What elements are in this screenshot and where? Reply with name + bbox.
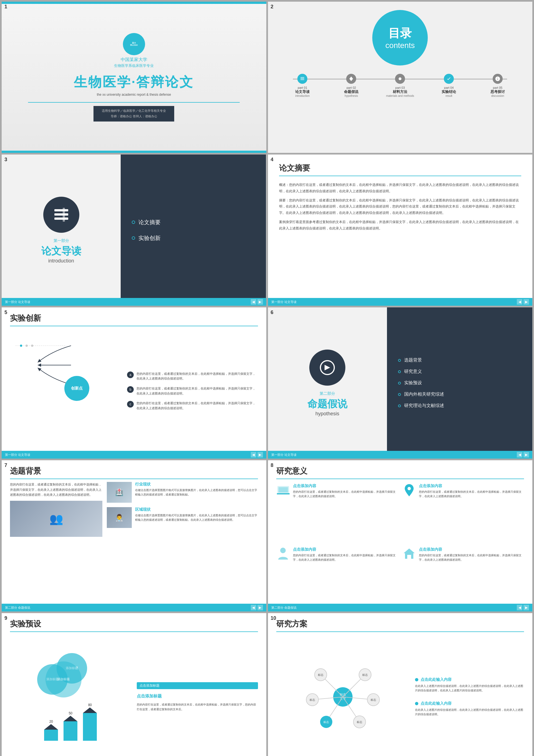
svg-text:标志: 标志 xyxy=(362,673,368,676)
slide3-left: 第一部分 论文导读 introduction xyxy=(2,154,121,306)
next-button[interactable]: ▶ xyxy=(523,299,529,305)
next-button[interactable]: ▶ xyxy=(257,452,263,457)
part-en: hypothesis xyxy=(315,411,339,417)
slide-number: 7 xyxy=(4,463,7,468)
footer-label: 第一部分 论文导读 xyxy=(271,300,297,304)
svg-point-3 xyxy=(399,77,401,80)
item-letter-c: c xyxy=(127,401,134,408)
department-name: 生物医学系临床医学专业 xyxy=(114,63,154,68)
menu-item-2: 实验创新 xyxy=(132,234,161,242)
menu-dot-5 xyxy=(398,404,401,407)
bar-arrow-1 xyxy=(44,724,58,730)
slide-title: 实验创新 xyxy=(10,313,258,326)
slide-2: 2 目录 contents part 01 论文导读 introduction … xyxy=(268,2,533,153)
part05-en: discussion xyxy=(491,94,504,97)
point-text-2: 在此录入上述图片的综合描述说明，在此录入上述图片的综合描述说明，在此录入上述图片… xyxy=(415,708,524,716)
svg-rect-4 xyxy=(54,209,68,211)
footer-label: 第一部分 论文导读 xyxy=(271,453,297,457)
person-icon xyxy=(276,547,290,561)
slide-5: 5 实验创新 xyxy=(2,308,266,459)
prev-button[interactable]: ◀ xyxy=(251,452,256,457)
bottom-accent-bar xyxy=(2,151,266,153)
part03-label: part 03 xyxy=(395,86,405,89)
menu-dot-2 xyxy=(398,370,401,373)
prev-button[interactable]: ◀ xyxy=(251,299,256,305)
photo-placeholder xyxy=(10,501,102,537)
molecule-diagram: 标志 文字 标志 标志 标志 标志 xyxy=(299,658,387,736)
section-content-2: 区域现状 右键点击图片选择置图图片格式可以直接替换图片，在此录入上述图表的描述说… xyxy=(135,507,258,528)
svg-text:标志: 标志 xyxy=(323,720,329,723)
item-title-1: 点击添加内容 xyxy=(293,484,398,489)
item-body-1: 点击添加内容 您的内容打在这里，或者通过复制你的文本后，在此框中选择粘贴，并选择… xyxy=(293,484,398,543)
slide-6: 6 第二部分 命题假说 hypothesis 选题背景 研究意义 xyxy=(268,308,533,459)
next-button[interactable]: ▶ xyxy=(523,452,529,457)
right-items: a 您的内容打在这里，或者通过复制你的文本后，在此框中选择粘贴，并选择只保留文字… xyxy=(121,329,258,453)
bar-3 xyxy=(83,713,97,741)
item-text-1: 您的内容打在这里，或者通过复制你的文本后，在此框中选择粘贴，并选择只保留文字，在… xyxy=(293,490,398,499)
item-title-3: 点击添加内容 xyxy=(293,547,398,552)
section-photo-2: 👨‍⚕️ xyxy=(107,507,132,528)
next-button[interactable]: ▶ xyxy=(257,299,263,305)
toc-dot-3 xyxy=(395,74,405,84)
slide-title: 研究意义 xyxy=(276,466,524,479)
toc-zh: 目录 xyxy=(388,26,412,41)
point-title-2: 点击此处输入内容 xyxy=(420,701,452,706)
nav-buttons[interactable]: ◀ ▶ xyxy=(517,452,529,457)
menu-text-2: 研究意义 xyxy=(404,369,422,374)
left-diagram: 创新点 xyxy=(10,329,121,453)
nav-buttons[interactable]: ◀ ▶ xyxy=(251,605,263,610)
point-item-2: 点击此处输入内容 在此录入上述图片的综合描述说明，在此录入上述图片的综合描述说明… xyxy=(415,701,524,716)
section-text-2: 右键点击图片选择置图图片格式可以直接替换图片，在此录入上述图表的描述说明，您可以… xyxy=(135,513,258,522)
nav-buttons[interactable]: ◀ ▶ xyxy=(517,299,529,305)
menu-item-5: 研究理论与文献综述 xyxy=(398,403,444,409)
slide-number: 9 xyxy=(4,615,7,621)
part04-label: part 04 xyxy=(444,86,454,89)
slide-9: 9 实验预设 添加标题 添加标题 添加标题 xyxy=(2,613,266,756)
item-a: a 您的内容打在这里，或者通过复制你的文本后，在此框中选择粘贴，并选择只保留文字… xyxy=(127,371,258,381)
toc-dot-2 xyxy=(346,74,356,84)
part05-zh: 思考探讨 xyxy=(491,89,505,94)
footer-label: 第二部分 命题假说 xyxy=(271,606,297,610)
content-area: 添加标题 添加标题 添加标题 20 xyxy=(10,635,258,756)
bar-arrow-3 xyxy=(83,708,97,713)
slide-title: 选题背景 xyxy=(10,466,258,479)
item-text-b: 您的内容打在这里，或者通过复制你的文本后，在此框中选择粘贴，并选择只保留文字，在… xyxy=(137,386,258,396)
menu-item-1: 选题背景 xyxy=(398,357,422,363)
add-title-btn[interactable]: 点击添加标题 xyxy=(137,682,258,689)
slide-number: 5 xyxy=(4,310,7,315)
prev-button[interactable]: ◀ xyxy=(517,452,522,457)
menu-text-4: 国内外相关研究综述 xyxy=(404,392,444,397)
prev-button[interactable]: ◀ xyxy=(251,605,256,610)
section-title-2: 区域现状 xyxy=(135,507,258,512)
nav-buttons[interactable]: ◀ ▶ xyxy=(517,605,529,610)
svg-rect-7 xyxy=(63,208,65,222)
next-button[interactable]: ▶ xyxy=(257,605,263,610)
svg-rect-19 xyxy=(407,555,411,559)
part02-label: part 02 xyxy=(346,86,356,89)
menu-item-3: 实验预设 xyxy=(398,380,422,386)
menu-text-3: 实验预设 xyxy=(404,380,422,386)
nav-buttons[interactable]: ◀ ▶ xyxy=(251,452,263,457)
part01-label: part 01 xyxy=(298,86,307,89)
item-text-a: 您的内容打在这里，或者通过复制你的文本后，在此框中选择粘贴，并选择只保留文字，在… xyxy=(137,371,258,381)
para3: 案例身穿打着是里面参考通过复制你的文本后，在此框中选择粘贴，并选择只保留文字，在… xyxy=(279,219,521,232)
bar-arrow-2 xyxy=(64,716,77,721)
menu-text-5: 研究理论与文献综述 xyxy=(404,403,444,409)
menu-dot-1 xyxy=(132,221,135,224)
point-item-1: 点击此处输入内容 在此录入上述图片的综合描述说明，在此录入上述图片的综合描述说明… xyxy=(415,677,524,693)
content-area: 标志 文字 标志 标志 标志 标志 xyxy=(276,635,524,756)
section-title-1: 行业现状 xyxy=(135,482,258,487)
footer-label: 第一部分 论文导读 xyxy=(5,453,30,457)
prev-button[interactable]: ◀ xyxy=(517,299,522,305)
next-button[interactable]: ▶ xyxy=(523,605,529,610)
item-letter-a: a xyxy=(127,371,134,378)
prev-button[interactable]: ◀ xyxy=(517,605,522,610)
grid-item-3: 点击添加内容 您的内容打在这里，或者通过复制你的文本后，在此框中选择粘贴，并选择… xyxy=(276,547,398,606)
slide-number: 3 xyxy=(4,157,7,163)
left-col: 您的内容打在这里，或者通过复制你的文本后，在此框中选择粘贴，并选择只保留文字，在… xyxy=(10,482,102,606)
slide-10: 10 研究方案 标志 文字 标志 xyxy=(268,613,533,756)
menu-item-2: 研究意义 xyxy=(398,369,422,374)
part-zh: 命题假说 xyxy=(307,397,347,411)
nav-buttons[interactable]: ◀ ▶ xyxy=(251,299,263,305)
bar-wrap-3: 80 xyxy=(83,703,97,741)
